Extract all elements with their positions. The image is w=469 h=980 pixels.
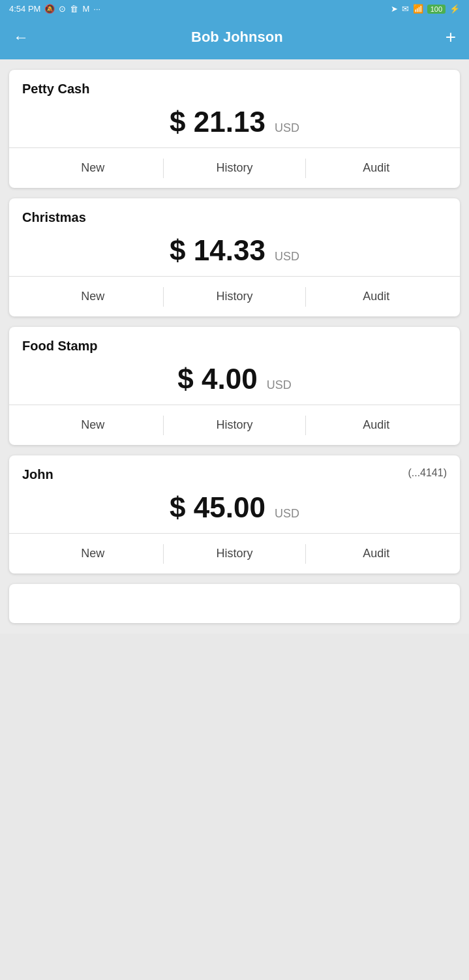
- card-amount-john: $ 45.00: [170, 491, 265, 524]
- card-amount-christmas: $ 14.33: [170, 234, 265, 267]
- circle-icon: ⊙: [59, 4, 66, 14]
- card-amount-food-stamp: $ 4.00: [177, 363, 257, 395]
- card-amount-row-john: $ 45.00 USD: [22, 491, 447, 533]
- card-currency-food-stamp: USD: [267, 378, 292, 392]
- new-button-john[interactable]: New: [22, 536, 163, 571]
- card-amount-row-food-stamp: $ 4.00 USD: [22, 363, 447, 405]
- mail-icon: M: [82, 4, 89, 14]
- card-title-petty-cash: Petty Cash: [22, 82, 89, 97]
- card-actions-petty-cash: New History Audit: [22, 148, 447, 188]
- charging-icon: ⚡: [449, 4, 460, 14]
- audit-button-food-stamp[interactable]: Audit: [306, 408, 447, 442]
- card-amount-petty-cash: $ 21.13: [170, 106, 265, 138]
- add-button[interactable]: +: [446, 27, 456, 48]
- card-actions-food-stamp: New History Audit: [22, 405, 447, 445]
- audit-button-john[interactable]: Audit: [306, 536, 447, 571]
- card-header-john: John (...4141): [22, 467, 447, 482]
- app-header: ← Bob Johnson +: [0, 18, 469, 59]
- card-john: John (...4141) $ 45.00 USD New History A…: [9, 455, 460, 574]
- wifi-icon: 📶: [413, 4, 423, 14]
- more-icon: ···: [93, 4, 100, 14]
- card-currency-john: USD: [275, 507, 299, 521]
- message-icon: ✉: [402, 4, 409, 14]
- card-actions-john: New History Audit: [22, 534, 447, 574]
- new-button-food-stamp[interactable]: New: [22, 408, 163, 442]
- card-header-food-stamp: Food Stamp: [22, 339, 447, 354]
- battery-icon: 100: [427, 5, 446, 14]
- history-button-petty-cash[interactable]: History: [164, 151, 305, 185]
- audit-button-christmas[interactable]: Audit: [306, 279, 447, 314]
- mute-icon: 🔕: [44, 4, 55, 14]
- new-button-christmas[interactable]: New: [22, 279, 163, 314]
- card-christmas: Christmas $ 14.33 USD New History Audit: [9, 198, 460, 316]
- history-button-christmas[interactable]: History: [164, 279, 305, 314]
- card-currency-christmas: USD: [275, 250, 299, 264]
- card-amount-row-christmas: $ 14.33 USD: [22, 234, 447, 276]
- card-header-petty-cash: Petty Cash: [22, 82, 447, 97]
- card-title-christmas: Christmas: [22, 210, 86, 225]
- new-button-petty-cash[interactable]: New: [22, 151, 163, 185]
- card-amount-row-petty-cash: $ 21.13 USD: [22, 106, 447, 147]
- card-title-john: John: [22, 467, 53, 482]
- time-display: 4:54 PM: [9, 4, 40, 14]
- status-left: 4:54 PM 🔕 ⊙ 🗑 M ···: [9, 4, 100, 14]
- content-area: Petty Cash $ 21.13 USD New History Audit…: [0, 59, 469, 634]
- card-food-stamp: Food Stamp $ 4.00 USD New History Audit: [9, 327, 460, 445]
- page-title: Bob Johnson: [191, 29, 283, 46]
- history-button-food-stamp[interactable]: History: [164, 408, 305, 442]
- back-button[interactable]: ←: [13, 28, 29, 46]
- history-button-john[interactable]: History: [164, 536, 305, 571]
- status-bar: 4:54 PM 🔕 ⊙ 🗑 M ··· ➤ ✉ 📶 100 ⚡: [0, 0, 469, 18]
- card-petty-cash: Petty Cash $ 21.13 USD New History Audit: [9, 70, 460, 188]
- status-right: ➤ ✉ 📶 100 ⚡: [391, 4, 460, 14]
- card-currency-petty-cash: USD: [275, 121, 299, 135]
- card-account-id-john: (...4141): [408, 467, 447, 479]
- audit-button-petty-cash[interactable]: Audit: [306, 151, 447, 185]
- card-actions-christmas: New History Audit: [22, 277, 447, 316]
- trash-icon: 🗑: [70, 4, 78, 14]
- location-icon: ➤: [391, 4, 398, 14]
- partial-card: [9, 584, 460, 623]
- card-header-christmas: Christmas: [22, 210, 447, 225]
- card-title-food-stamp: Food Stamp: [22, 339, 98, 354]
